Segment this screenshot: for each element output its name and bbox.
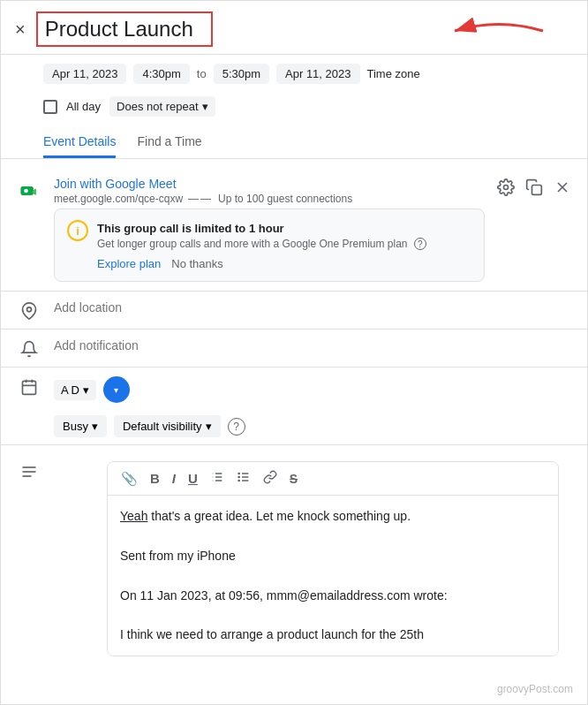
repeat-label: Does not repeat: [117, 100, 199, 113]
unordered-list-icon: [237, 470, 251, 484]
tab-event-details[interactable]: Event Details: [43, 127, 116, 158]
meet-guests: Up to 100 guest connections: [218, 193, 352, 205]
ordered-list-button[interactable]: [206, 467, 229, 489]
main-container: × Product Launch Apr 11, 2023 4:30pm to …: [0, 0, 588, 705]
visibility-label: Default visibility: [123, 420, 202, 433]
meet-section: Join with Google Meet meet.google.com/qc…: [1, 170, 587, 289]
location-icon: [20, 302, 38, 320]
ordered-list-icon: [210, 470, 224, 484]
underline-button[interactable]: U: [184, 468, 202, 489]
description-body: Yeah that's a great idea. Let me knock s…: [120, 506, 546, 645]
attachment-button[interactable]: 📎: [117, 468, 142, 489]
location-icon-col: [15, 300, 43, 320]
allday-label: All day: [66, 100, 101, 113]
meet-settings-button[interactable]: [495, 177, 516, 202]
description-icon-col: [15, 454, 43, 481]
notes-icon: [20, 463, 38, 481]
meet-content: Join with Google Meet meet.google.com/qc…: [54, 177, 485, 282]
bold-button[interactable]: B: [146, 468, 164, 489]
divider-3: [1, 367, 587, 368]
meet-subtitle: meet.google.com/qce-cqxw —— Up to 100 gu…: [54, 193, 485, 205]
visibility-caret: ▾: [206, 420, 212, 433]
location-input[interactable]: [54, 300, 573, 315]
notification-row: [1, 331, 587, 365]
svg-point-4: [504, 186, 509, 190]
warning-text: This group call is limited to 1 hour Get…: [97, 220, 426, 250]
description-section: 📎 B I U: [1, 447, 587, 671]
datetime-row: Apr 11, 2023 4:30pm to 5:30pm Apr 11, 20…: [1, 55, 587, 93]
color-caret-icon: ▾: [114, 385, 118, 395]
busy-caret: ▾: [92, 420, 98, 433]
end-date[interactable]: Apr 11, 2023: [276, 64, 359, 84]
calendar-selector-row: A D ▾ ▾: [54, 376, 573, 403]
svg-point-23: [238, 476, 239, 477]
header: × Product Launch: [1, 1, 587, 55]
divider-2: [1, 329, 587, 330]
tabs-row: Event Details Find a Time: [1, 127, 587, 159]
bell-icon: [20, 340, 38, 358]
divider-1: [1, 291, 587, 292]
visibility-selector[interactable]: Default visibility ▾: [114, 415, 221, 437]
to-label: to: [197, 67, 207, 80]
start-date[interactable]: Apr 11, 2023: [43, 64, 126, 84]
meet-icon-col: [15, 177, 43, 203]
watermark: groovyPost.com: [497, 683, 573, 695]
meet-copy-button[interactable]: [524, 177, 545, 202]
divider-4: [1, 444, 587, 445]
busy-selector[interactable]: Busy ▾: [54, 415, 107, 437]
svg-point-8: [27, 307, 32, 312]
end-time[interactable]: 5:30pm: [214, 64, 269, 84]
link-button[interactable]: [259, 467, 282, 489]
color-picker-button[interactable]: ▾: [103, 376, 130, 403]
meet-separator: ——: [188, 193, 213, 205]
repeat-caret: ▾: [202, 100, 208, 113]
status-help-button[interactable]: ?: [228, 418, 245, 436]
timezone-button[interactable]: Time zone: [367, 67, 420, 80]
close-button[interactable]: ×: [15, 20, 26, 38]
location-row: [1, 293, 587, 327]
description-line1-rest: that's a great idea. Let me knock someth…: [147, 509, 411, 523]
warning-top: i This group call is limited to 1 hour G…: [67, 220, 471, 250]
warning-buttons: Explore plan No thanks: [97, 257, 471, 270]
calendar-row: A D ▾ ▾: [1, 369, 587, 410]
calendar-icon: [20, 378, 38, 396]
warning-help-icon[interactable]: ?: [414, 238, 426, 250]
svg-point-24: [238, 480, 239, 481]
tab-find-a-time[interactable]: Find a Time: [137, 127, 201, 158]
start-time[interactable]: 4:30pm: [133, 64, 189, 84]
copy-icon: [525, 178, 543, 196]
calendar-selector-button[interactable]: A D ▾: [54, 380, 96, 400]
meet-close-button[interactable]: [552, 177, 573, 202]
allday-checkbox[interactable]: [43, 100, 57, 114]
content-area: Join with Google Meet meet.google.com/qc…: [1, 159, 587, 681]
allday-row: All day Does not repeat ▾: [1, 93, 587, 124]
italic-button[interactable]: I: [168, 468, 180, 489]
description-box: 📎 B I U: [107, 461, 559, 656]
explore-plan-button[interactable]: Explore plan: [97, 257, 161, 270]
svg-rect-9: [23, 381, 36, 394]
unordered-list-button[interactable]: [232, 467, 255, 489]
gear-icon: [497, 178, 515, 196]
description-content[interactable]: Yeah that's a great idea. Let me knock s…: [108, 496, 558, 656]
google-meet-icon: [17, 178, 41, 203]
strikethrough-button[interactable]: S: [285, 469, 302, 489]
warning-title: This group call is limited to 1 hour: [97, 222, 284, 235]
meet-warning-box: i This group call is limited to 1 hour G…: [54, 208, 485, 282]
calendar-icon-col: [15, 376, 43, 396]
yeah-text: Yeah: [120, 509, 147, 523]
event-title[interactable]: Product Launch: [36, 11, 213, 47]
warning-icon: i: [67, 220, 88, 241]
status-row: Busy ▾ Default visibility ▾ ?: [1, 410, 587, 443]
meet-actions: [495, 177, 573, 202]
notification-icon-col: [15, 338, 43, 358]
svg-rect-5: [532, 186, 542, 195]
no-thanks-button[interactable]: No thanks: [171, 257, 223, 270]
repeat-button[interactable]: Does not repeat ▾: [109, 96, 215, 117]
notification-input[interactable]: [54, 338, 573, 352]
sent-from: Sent from my iPhone: [120, 549, 236, 563]
description-toolbar: 📎 B I U: [108, 462, 558, 496]
meet-url: meet.google.com/qce-cqxw: [54, 193, 183, 205]
annotation-arrow: [446, 13, 552, 52]
meet-title[interactable]: Join with Google Meet: [54, 177, 485, 191]
svg-point-3: [24, 189, 28, 193]
